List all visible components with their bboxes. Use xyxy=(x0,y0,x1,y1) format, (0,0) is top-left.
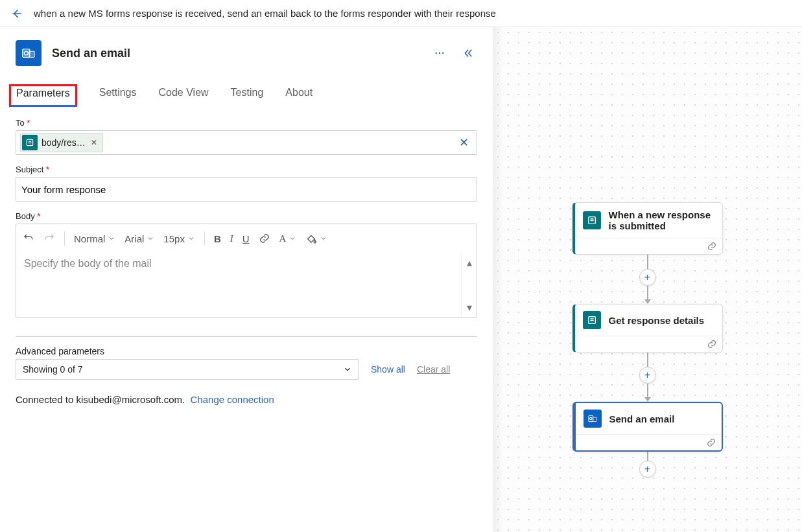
arrow-down-icon xyxy=(644,299,651,304)
change-connection-link[interactable]: Change connection xyxy=(191,394,274,405)
back-button[interactable] xyxy=(8,5,26,23)
body-editor[interactable]: Specify the body of the mail ▴ ▾ xyxy=(16,253,477,318)
undo-button[interactable] xyxy=(23,233,34,244)
flow-name: when a new MS forms response is received… xyxy=(34,8,496,19)
panel-title: Send an email xyxy=(52,47,420,60)
advanced-label: Advanced parameters xyxy=(16,346,477,356)
add-step-button[interactable]: + xyxy=(639,269,656,286)
token-label: body/res… xyxy=(41,137,86,148)
divider xyxy=(16,336,477,337)
flow-column: When a new response is submitted + Get r… xyxy=(572,202,723,478)
card-title: Get response details xyxy=(609,315,705,326)
arrow-down-icon xyxy=(644,397,651,402)
undo-icon xyxy=(23,233,34,244)
font-family-dropdown[interactable]: Arial xyxy=(124,233,154,244)
advanced-parameters-section: Advanced parameters Showing 0 of 7 Show … xyxy=(16,346,477,380)
add-step-button[interactable]: + xyxy=(639,367,656,384)
connector xyxy=(647,353,648,367)
paragraph-style-dropdown[interactable]: Normal xyxy=(74,233,115,244)
clear-all-link[interactable]: Clear all xyxy=(417,364,450,375)
body-label: Body * xyxy=(16,211,40,221)
link-button[interactable] xyxy=(259,233,270,244)
font-color-dropdown[interactable]: A xyxy=(279,233,297,244)
chevron-down-icon xyxy=(289,235,296,242)
flow-card-trigger[interactable]: When a new response is submitted xyxy=(572,202,723,255)
tab-code-view[interactable]: Code View xyxy=(159,84,209,107)
subject-label: Subject * xyxy=(16,165,49,174)
redo-icon xyxy=(43,233,55,244)
show-all-link[interactable]: Show all xyxy=(371,364,405,375)
tab-testing[interactable]: Testing xyxy=(231,84,264,107)
to-label: To * xyxy=(16,118,30,128)
chevron-down-icon xyxy=(343,365,352,374)
tab-parameters[interactable]: Parameters xyxy=(9,84,77,107)
token-remove-icon[interactable]: ✕ xyxy=(89,138,99,147)
clear-input-icon[interactable]: ✕ xyxy=(455,135,473,150)
svg-point-10 xyxy=(589,417,591,419)
to-input[interactable]: body/res… ✕ ✕ xyxy=(16,130,477,155)
add-step-button[interactable]: + xyxy=(639,461,656,478)
bold-button[interactable]: B xyxy=(214,233,221,244)
outlook-icon xyxy=(584,410,602,428)
highlight-dropdown[interactable] xyxy=(305,233,327,244)
connector xyxy=(647,286,648,300)
svg-rect-9 xyxy=(589,415,593,421)
scroll-down-icon: ▾ xyxy=(467,301,472,314)
forms-icon xyxy=(583,211,601,229)
chevron-down-icon xyxy=(187,235,195,242)
card-title: When a new response is submitted xyxy=(609,209,714,231)
svg-point-3 xyxy=(436,52,437,54)
connector xyxy=(647,255,648,269)
arrow-left-icon xyxy=(10,7,23,20)
flow-card-get-details[interactable]: Get response details xyxy=(572,304,723,353)
tabs: Parameters Settings Code View Testing Ab… xyxy=(16,84,477,107)
rtb-toolbar: Normal Arial 15px B I U xyxy=(16,224,477,253)
top-bar: when a new MS forms response is received… xyxy=(0,0,802,27)
svg-point-5 xyxy=(442,52,443,54)
dynamic-content-token[interactable]: body/res… ✕ xyxy=(20,133,103,152)
field-to: To * body/res… ✕ ✕ xyxy=(16,117,477,155)
connection-icon xyxy=(707,241,717,251)
card-title: Send an email xyxy=(609,413,675,424)
connector xyxy=(647,384,648,398)
editor-scrollbar[interactable]: ▴ ▾ xyxy=(461,253,477,318)
underline-button[interactable]: U xyxy=(242,233,250,244)
svg-point-4 xyxy=(439,52,440,54)
italic-button[interactable]: I xyxy=(230,233,233,244)
chevron-down-icon xyxy=(108,235,115,242)
link-icon xyxy=(259,233,270,244)
flow-canvas[interactable]: When a new response is submitted + Get r… xyxy=(493,27,802,532)
redo-button[interactable] xyxy=(43,233,55,244)
connection-info: Connected to kisubedi@microsoft.com. Cha… xyxy=(16,394,477,405)
scroll-up-icon: ▴ xyxy=(467,257,472,269)
connection-icon xyxy=(706,437,716,448)
font-size-dropdown[interactable]: 15px xyxy=(163,233,195,244)
chevrons-left-icon xyxy=(462,47,474,59)
field-body: Body * Normal Arial xyxy=(16,211,477,318)
subject-input[interactable] xyxy=(20,183,473,196)
advanced-parameters-dropdown[interactable]: Showing 0 of 7 xyxy=(16,359,359,380)
more-button[interactable] xyxy=(430,44,449,62)
rich-text-editor: Normal Arial 15px B I U xyxy=(16,224,477,318)
forms-icon xyxy=(583,311,601,329)
field-subject: Subject * xyxy=(16,164,477,202)
tab-settings[interactable]: Settings xyxy=(99,84,137,107)
forms-icon xyxy=(22,135,38,150)
mail-app-icon xyxy=(21,46,36,60)
tab-about[interactable]: About xyxy=(285,84,313,107)
svg-rect-0 xyxy=(23,49,30,58)
body-placeholder: Specify the body of the mail xyxy=(24,258,152,269)
flow-card-send-email[interactable]: Send an email xyxy=(572,402,723,452)
subject-input-wrapper xyxy=(16,177,477,202)
connector xyxy=(647,452,648,461)
paint-bucket-icon xyxy=(305,233,317,244)
collapse-panel-button[interactable] xyxy=(459,44,477,62)
action-config-panel: Send an email Parameters Settings Code V… xyxy=(0,27,493,532)
outlook-icon xyxy=(16,40,41,66)
connection-icon xyxy=(707,339,717,349)
more-horizontal-icon xyxy=(434,47,445,59)
chevron-down-icon xyxy=(147,235,154,242)
chevron-down-icon xyxy=(320,235,327,242)
